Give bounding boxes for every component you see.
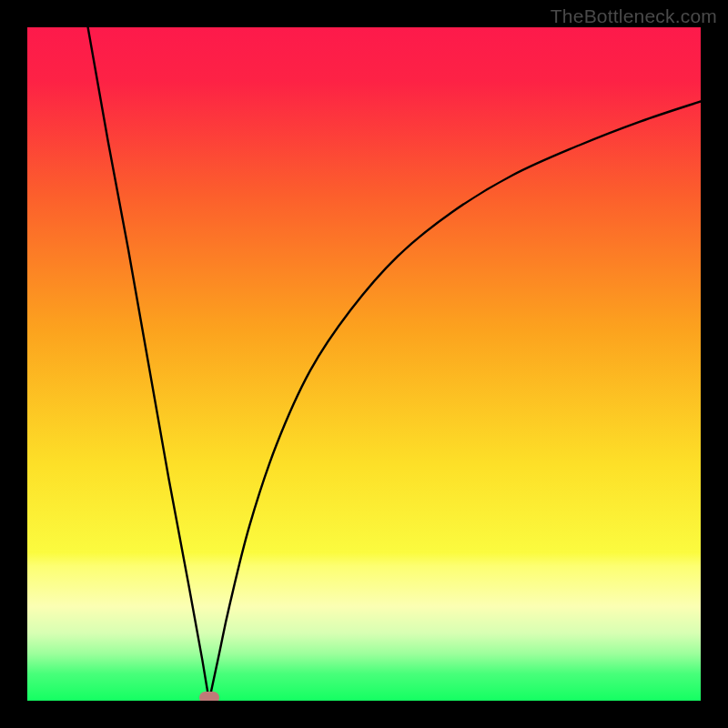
watermark-text: TheBottleneck.com — [551, 5, 717, 27]
optimal-marker — [199, 692, 219, 701]
bottleneck-curve — [27, 27, 701, 701]
chart-frame: TheBottleneck.com — [0, 0, 728, 728]
plot-area — [27, 27, 701, 701]
